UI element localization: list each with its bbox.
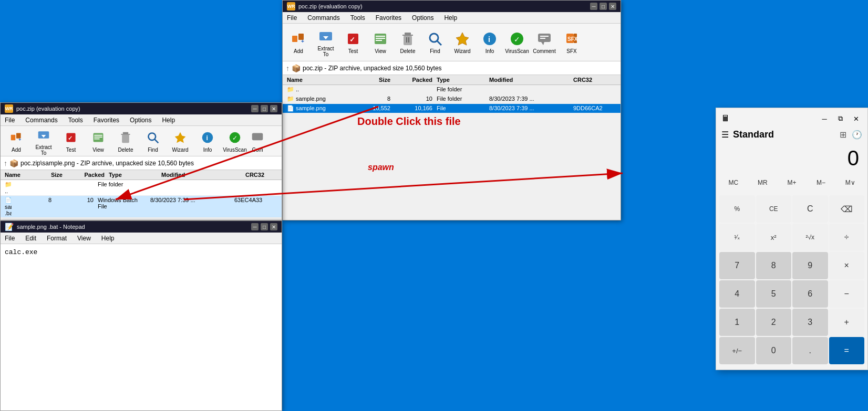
notepad-menu-help[interactable]: Help [99, 234, 117, 243]
toolbar-virusscan-label: VirusScan [505, 48, 529, 54]
sec-toolbar-add-label: Add [12, 147, 21, 153]
sec-menu-commands[interactable]: Commands [23, 116, 59, 124]
calc-6-btn[interactable]: 6 [792, 280, 828, 308]
calc-7-btn[interactable]: 7 [719, 252, 755, 279]
calc-minimize-btn[interactable]: ─ [818, 112, 831, 125]
calc-backspace-btn[interactable]: ⌫ [829, 195, 865, 223]
calc-mr-btn[interactable]: MR [749, 174, 777, 191]
table-row-bat[interactable]: 📄 sample.png .bat 8 10 Windows Batch Fil… [1, 196, 282, 218]
calc-1-btn[interactable]: 1 [719, 309, 755, 336]
sec-menu-help[interactable]: Help [160, 116, 177, 124]
sec-minimize-button[interactable]: ─ [251, 105, 259, 112]
calc-divide-btn[interactable]: ÷ [829, 224, 865, 251]
toolbar-add-button[interactable]: + Add [286, 29, 311, 56]
calc-history-icon[interactable]: 🕐 [852, 130, 862, 140]
toolbar-extract-button[interactable]: Extract To [313, 26, 338, 59]
svg-rect-15 [408, 37, 409, 43]
sec-menu-file[interactable]: File [3, 116, 17, 124]
calc-percent-btn[interactable]: % [719, 195, 755, 223]
maximize-button[interactable]: □ [600, 3, 607, 10]
calc-negate-btn[interactable]: +/− [719, 337, 755, 364]
toolbar-virusscan-button[interactable]: ✓ VirusScan [504, 29, 530, 56]
toolbar-find-button[interactable]: Find [422, 29, 448, 56]
menu-tools[interactable]: Tools [348, 14, 367, 22]
winrar-secondary-window: WR poc.zip (evaluation copy) ─ □ ✕ File … [0, 102, 282, 220]
sec-toolbar-delete[interactable]: Delete [113, 128, 138, 154]
sec-menu-tools[interactable]: Tools [66, 116, 85, 124]
calc-c-btn[interactable]: C [792, 195, 828, 223]
notepad-menu-edit[interactable]: Edit [23, 234, 38, 243]
sec-toolbar-comment[interactable]: Com [250, 128, 265, 154]
sec-maximize-button[interactable]: □ [261, 105, 268, 112]
sec-menu-options[interactable]: Options [128, 116, 153, 124]
notepad-menu-view[interactable]: View [75, 234, 93, 243]
menu-options[interactable]: Options [410, 14, 436, 22]
menu-commands[interactable]: Commands [305, 14, 342, 22]
sec-toolbar-view[interactable]: View [86, 128, 111, 154]
calc-ce-btn[interactable]: CE [756, 195, 792, 223]
calc-5-btn[interactable]: 5 [756, 280, 792, 308]
calc-square-btn[interactable]: x² [756, 224, 792, 251]
sec-toolbar-find[interactable]: Find [140, 128, 166, 154]
notepad-menu-format[interactable]: Format [45, 234, 69, 243]
calc-minus-btn[interactable]: − [829, 280, 865, 308]
close-button[interactable]: ✕ [609, 3, 616, 10]
calc-sqrt-btn[interactable]: ²√x [792, 224, 828, 251]
calc-mc-btn[interactable]: MC [719, 174, 748, 191]
toolbar-view-button[interactable]: View [368, 29, 393, 56]
calc-2-btn[interactable]: 2 [756, 309, 792, 336]
sec-toolbar-add[interactable]: + Add [4, 128, 29, 154]
menu-favorites[interactable]: Favorites [374, 14, 404, 22]
pathbar-up-arrow[interactable]: ↑ [286, 64, 290, 72]
svg-rect-11 [405, 33, 411, 35]
calc-plus-btn[interactable]: + [829, 309, 865, 336]
toolbar-test-button[interactable]: ✓ Test [340, 29, 366, 56]
notepad-menu-file[interactable]: File [3, 234, 17, 243]
toolbar-wizard-button[interactable]: Wizard [450, 29, 475, 56]
notepad-close-btn[interactable]: ✕ [270, 223, 277, 230]
calc-9-btn[interactable]: 9 [792, 252, 828, 279]
calc-snap-btn[interactable]: ⧉ [834, 112, 846, 125]
sec-toolbar-test[interactable]: ✓ Test [58, 128, 84, 154]
notepad-minimize-btn[interactable]: ─ [251, 223, 259, 230]
toolbar-info-button[interactable]: i Info [477, 29, 502, 56]
notepad-content-area[interactable]: calc.exe [1, 244, 282, 260]
calc-3-btn[interactable]: 3 [792, 309, 828, 336]
calc-close-btn[interactable]: ✕ [850, 112, 862, 125]
menu-file[interactable]: File [285, 14, 299, 22]
sec-toolbar-info[interactable]: i Info [195, 128, 220, 154]
calc-equals-btn[interactable]: = [829, 337, 865, 364]
sec-row-bat-type: Windows Batch File [96, 196, 148, 217]
menu-help[interactable]: Help [442, 14, 459, 22]
calc-mminus-btn[interactable]: M− [807, 174, 835, 191]
notepad-menubar: File Edit Format View Help [1, 233, 282, 244]
table-row[interactable]: 📁 .. File folder [1, 180, 282, 196]
minimize-button[interactable]: ─ [590, 3, 597, 10]
table-row-selected[interactable]: 📄 sample.png 10,552 10,166 File 8/30/202… [283, 104, 621, 113]
calc-0-btn[interactable]: 0 [756, 337, 792, 364]
table-row[interactable]: 📁 sample.png 8 10 File folder 8/30/2023 … [283, 94, 621, 104]
toolbar-comment-button[interactable]: Comment [532, 29, 557, 56]
calc-multiply-btn[interactable]: × [829, 252, 865, 279]
calc-hamburger-icon[interactable]: ☰ [721, 130, 729, 140]
sec-toolbar-extract[interactable]: Extract To [31, 125, 56, 157]
svg-rect-25 [540, 36, 549, 37]
calc-4-btn[interactable]: 4 [719, 280, 755, 308]
table-row[interactable]: 📁 .. File folder [283, 85, 621, 94]
notepad-maximize-btn[interactable]: □ [261, 223, 268, 230]
sec-menu-favorites[interactable]: Favorites [91, 116, 121, 124]
toolbar-sfx-button[interactable]: SFX SFX [559, 29, 584, 56]
sec-toolbar-virusscan[interactable]: ✓ VirusScan [222, 128, 247, 154]
svg-marker-18 [456, 33, 469, 45]
calc-decimal-btn[interactable]: . [792, 337, 828, 364]
calc-history-mode-icon[interactable]: ⊞ [840, 130, 846, 140]
calc-mplus-btn[interactable]: M+ [778, 174, 806, 191]
calc-ms-btn[interactable]: M∨ [836, 174, 864, 191]
sec-close-button[interactable]: ✕ [270, 105, 277, 112]
sec-pathbar-up-arrow[interactable]: ↑ [4, 159, 7, 167]
toolbar-delete-button[interactable]: Delete [395, 29, 420, 56]
sec-toolbar-delete-label: Delete [118, 147, 133, 153]
sec-toolbar-wizard[interactable]: Wizard [168, 128, 193, 154]
calc-8-btn[interactable]: 8 [756, 252, 792, 279]
calc-reciprocal-btn[interactable]: ¹⁄ₓ [719, 224, 755, 251]
